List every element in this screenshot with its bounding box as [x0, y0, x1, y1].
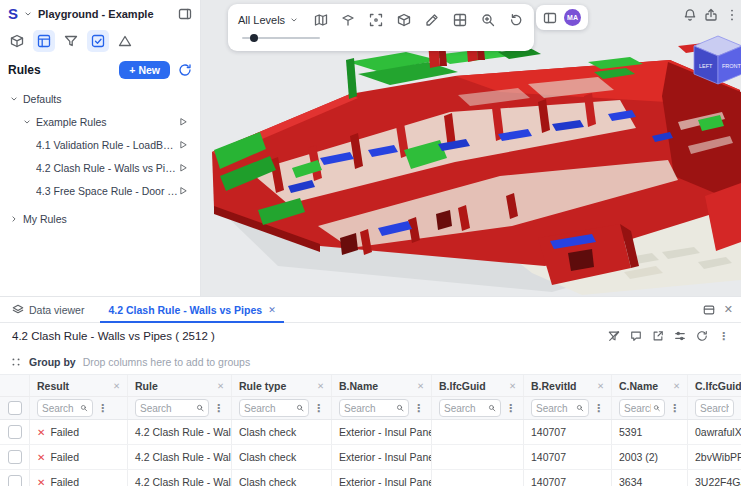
run-rule-icon[interactable]	[178, 186, 188, 196]
clear-filters-icon[interactable]	[608, 330, 620, 342]
column-header-c-name[interactable]: C.Name✕	[612, 375, 688, 396]
app-logo[interactable]: S	[8, 6, 18, 21]
search-input-c-ifcguid[interactable]	[700, 403, 729, 414]
collapse-sidebar-icon[interactable]	[178, 7, 192, 21]
bell-icon[interactable]	[683, 8, 697, 22]
column-menu-icon[interactable]: ⋮	[505, 403, 516, 414]
measure-tool-button[interactable]	[424, 11, 441, 29]
run-rule-icon[interactable]	[178, 117, 188, 127]
focus-tool-button[interactable]	[368, 11, 385, 29]
tree-item-defaults[interactable]: Defaults	[0, 87, 200, 110]
share-icon[interactable]	[704, 8, 718, 22]
column-menu-icon[interactable]: ⋮	[413, 403, 424, 414]
check-square-icon	[91, 34, 105, 48]
run-rule-icon[interactable]	[178, 163, 188, 173]
remove-column-icon[interactable]: ✕	[313, 381, 324, 391]
tab-clash-rule[interactable]: 4.2 Clash Rule - Walls vs Pipes ✕	[100, 297, 283, 322]
run-rule-icon[interactable]	[178, 140, 188, 150]
remove-column-icon[interactable]: ✕	[593, 381, 604, 391]
more-menu-icon[interactable]	[725, 8, 739, 22]
remove-column-icon[interactable]: ✕	[109, 381, 120, 391]
column-header-c-ifcguid[interactable]: C.IfcGuid	[688, 375, 741, 396]
checks-tool-button[interactable]	[87, 30, 109, 52]
zoom-tool-button[interactable]	[479, 11, 496, 29]
tree-item-rule-43[interactable]: 4.3 Free Space Rule - Door Swing Test	[0, 179, 200, 202]
close-tab-icon[interactable]: ✕	[268, 305, 276, 315]
group-by-bar[interactable]: Group by Drop columns here to add to gro…	[0, 349, 741, 375]
refresh-rules-icon[interactable]	[178, 63, 192, 77]
column-menu-icon[interactable]: ⋮	[593, 403, 604, 414]
cell-c-ifcguid: 3U22F4GJ4A	[688, 470, 741, 486]
cell-result: ✕Failed	[30, 420, 128, 444]
reset-view-button[interactable]	[507, 11, 524, 29]
failed-icon: ✕	[37, 427, 45, 438]
chevron-down-icon[interactable]	[22, 117, 32, 127]
more-options-icon[interactable]: ⋮	[718, 331, 729, 342]
column-menu-icon[interactable]: ⋮	[97, 403, 108, 414]
layout-tool-button[interactable]	[33, 30, 55, 52]
column-header-result[interactable]: Result✕	[30, 375, 128, 396]
search-input-b-name[interactable]	[344, 403, 394, 414]
row-checkbox[interactable]	[8, 475, 22, 486]
search-input-result[interactable]	[42, 403, 78, 414]
search-input-rule[interactable]	[140, 403, 194, 414]
search-input-b-revitid[interactable]	[536, 403, 574, 414]
workspace-chevron-down-icon[interactable]	[23, 9, 33, 19]
row-checkbox[interactable]	[8, 450, 22, 464]
column-header-rule-type[interactable]: Rule type✕	[232, 375, 332, 396]
column-header-b-revitid[interactable]: B.RevitId✕	[524, 375, 612, 396]
chevron-down-icon[interactable]	[9, 94, 19, 104]
navigation-cube[interactable]: LEFT FRONT	[689, 32, 741, 92]
tabbar-right-actions: ✕	[703, 304, 733, 316]
column-header-b-ifcguid[interactable]: B.IfcGuid✕	[432, 375, 524, 396]
column-menu-icon[interactable]: ⋮	[213, 403, 224, 414]
settings-icon[interactable]	[674, 330, 686, 342]
feedback-icon[interactable]	[630, 330, 642, 342]
column-header-rule[interactable]: Rule✕	[128, 375, 232, 396]
tree-item-example-rules[interactable]: Example Rules	[0, 110, 200, 133]
rules-tree: Defaults Example Rules 4.1 Validation Ru…	[0, 85, 200, 230]
column-menu-icon[interactable]: ⋮	[669, 403, 680, 414]
table-row[interactable]: ✕Failed 4.2 Clash Rule - Walls vs... Cla…	[0, 470, 741, 486]
cell-b-revitid: 140707	[524, 445, 612, 469]
search-input-c-name[interactable]	[624, 403, 651, 414]
panels-icon[interactable]	[543, 11, 557, 25]
search-input-rule-type[interactable]	[244, 403, 294, 414]
chevron-down-icon	[289, 15, 299, 25]
remove-column-icon[interactable]: ✕	[213, 381, 224, 391]
model-tool-button[interactable]	[6, 30, 28, 52]
levels-slider[interactable]	[242, 31, 320, 45]
column-menu-icon[interactable]: ⋮	[313, 403, 324, 414]
tree-item-my-rules[interactable]: My Rules	[0, 207, 200, 230]
remove-column-icon[interactable]: ✕	[505, 381, 516, 391]
levels-dropdown[interactable]: All Levels	[238, 14, 299, 26]
remove-column-icon[interactable]: ✕	[413, 381, 424, 391]
export-icon[interactable]	[652, 330, 664, 342]
dock-panel-icon[interactable]	[703, 304, 715, 316]
table-row[interactable]: ✕Failed 4.2 Clash Rule - Walls vs... Cla…	[0, 420, 741, 445]
chevron-right-icon[interactable]	[9, 214, 19, 224]
select-all-checkbox[interactable]	[8, 401, 22, 415]
close-panel-icon[interactable]: ✕	[724, 304, 733, 315]
section-tool-button[interactable]	[340, 11, 357, 29]
row-checkbox[interactable]	[8, 425, 22, 439]
search-input-b-ifcguid[interactable]	[444, 403, 486, 414]
table-row[interactable]: ✕Failed 4.2 Clash Rule - Walls vs... Cla…	[0, 445, 741, 470]
shapes-tool-button[interactable]	[114, 30, 136, 52]
column-header-b-name[interactable]: B.Name✕	[332, 375, 432, 396]
user-avatar[interactable]: MA	[564, 9, 581, 26]
box-tool-button[interactable]	[396, 11, 413, 29]
grid-tool-button[interactable]	[451, 11, 468, 29]
new-rule-button[interactable]: + New	[119, 61, 170, 79]
refresh-icon[interactable]	[696, 330, 708, 342]
search-icon	[396, 403, 404, 413]
data-viewer-button[interactable]: Data viewer	[8, 297, 88, 322]
filter-tool-button[interactable]	[60, 30, 82, 52]
map-tool-button[interactable]	[312, 11, 329, 29]
cell-c-name: 2003 (2)	[612, 445, 688, 469]
slider-thumb[interactable]	[250, 34, 258, 42]
tree-item-rule-41[interactable]: 4.1 Validation Rule - LoadBearing	[0, 133, 200, 156]
workspace-title: Playground - Example	[38, 8, 173, 20]
tree-item-rule-42[interactable]: 4.2 Clash Rule - Walls vs Pipes	[0, 156, 200, 179]
remove-column-icon[interactable]: ✕	[669, 381, 680, 391]
